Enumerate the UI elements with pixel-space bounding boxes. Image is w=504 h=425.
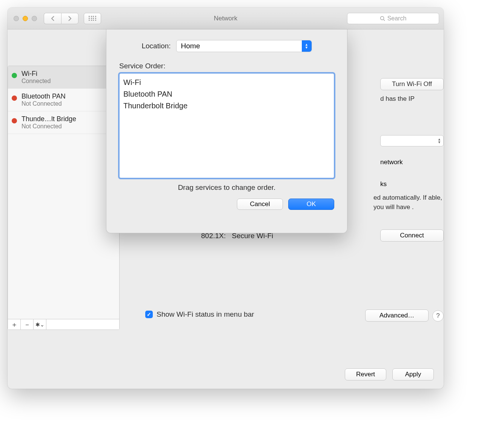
sidebar-footer: ＋ － ✱⌄	[8, 319, 119, 330]
help-button[interactable]: ?	[432, 310, 444, 322]
service-status: Not Connected	[22, 123, 115, 130]
revert-button[interactable]: Revert	[345, 368, 386, 380]
service-order-sheet: Location: Home ▲▼ Service Order: Wi-FiBl…	[106, 29, 347, 233]
status-dot-icon	[12, 95, 17, 101]
advanced-button[interactable]: Advanced…	[365, 310, 429, 322]
service-status: Not Connected	[22, 100, 115, 107]
sidebar-service-item[interactable]: Bluetooth PANNot Connected	[8, 89, 119, 111]
location-value: Home	[181, 42, 200, 50]
service-name: Wi-Fi	[22, 70, 115, 78]
location-popup[interactable]: Home ▲▼	[176, 40, 312, 52]
wifi-off-button[interactable]: Turn Wi-Fi Off	[380, 78, 444, 90]
location-label: Location:	[141, 42, 171, 50]
status-text-fragment: d has the IP	[380, 95, 444, 103]
autojoin-text-fragment: ed automatically. If able, you will have…	[373, 193, 444, 212]
sheet-buttons: Cancel OK	[119, 199, 334, 210]
service-order-item[interactable]: Bluetooth PAN	[123, 88, 330, 100]
menubar-checkbox-row[interactable]: ✓ Show Wi-Fi status in menu bar	[145, 310, 254, 319]
checkbox-checked-icon[interactable]: ✓	[145, 311, 153, 318]
footer-buttons: Revert Apply	[345, 368, 434, 380]
remove-service-button[interactable]: －	[21, 319, 34, 330]
service-status: Connected	[22, 78, 115, 85]
network-preferences-window: Network Search Wi-FiConnectedBluetooth P…	[8, 8, 444, 389]
network-name-select[interactable]: ▲▼	[380, 135, 444, 146]
service-name: Bluetooth PAN	[22, 92, 115, 100]
detail-fragment-2: ks	[380, 180, 444, 188]
status-dot-icon	[12, 73, 17, 78]
status-dot-icon	[12, 118, 17, 123]
add-service-button[interactable]: ＋	[8, 319, 21, 330]
popup-arrows-icon: ▲▼	[302, 40, 312, 52]
detail-fragment-1: network	[380, 159, 444, 166]
drag-hint: Drag services to change order.	[119, 183, 334, 192]
sidebar-service-item[interactable]: Wi-FiConnected	[8, 66, 119, 89]
service-name: Thunde…lt Bridge	[22, 115, 115, 123]
cancel-button[interactable]: Cancel	[237, 199, 283, 210]
location-row: Location: Home ▲▼	[119, 40, 334, 52]
window-toolbar: Network Search	[8, 8, 444, 29]
menubar-checkbox-label: Show Wi-Fi status in menu bar	[157, 310, 254, 319]
apply-button[interactable]: Apply	[392, 368, 434, 380]
service-order-listbox[interactable]: Wi-FiBluetooth PANThunderbolt Bridge	[119, 73, 334, 178]
service-order-label: Service Order:	[119, 62, 334, 70]
service-actions-button[interactable]: ✱⌄	[34, 319, 46, 330]
connect-button[interactable]: Connect	[380, 229, 444, 242]
services-sidebar: Wi-FiConnectedBluetooth PANNot Connected…	[8, 66, 120, 330]
service-order-item[interactable]: Thunderbolt Bridge	[123, 100, 330, 112]
stepper-icon: ▲▼	[438, 138, 441, 144]
sidebar-service-item[interactable]: Thunde…lt BridgeNot Connected	[8, 111, 119, 134]
window-title: Network	[8, 15, 444, 22]
service-order-item[interactable]: Wi-Fi	[123, 77, 330, 88]
ok-button[interactable]: OK	[288, 199, 334, 210]
